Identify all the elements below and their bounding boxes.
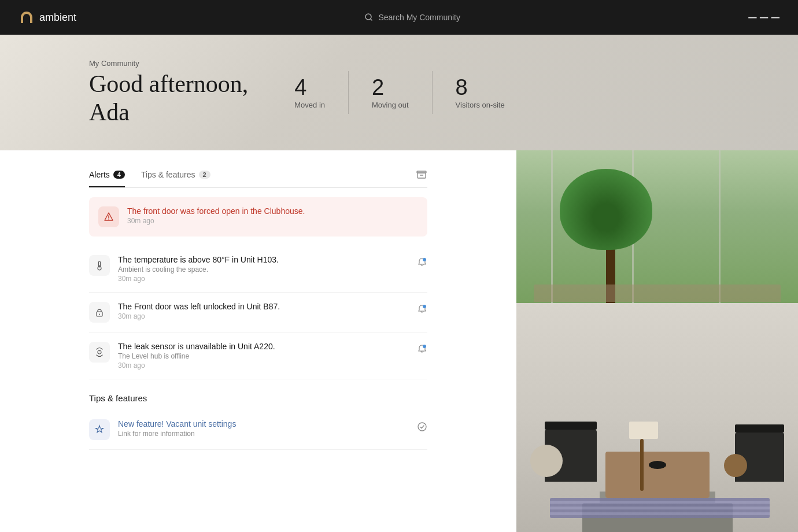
archive-icon (416, 169, 427, 180)
tab-tips-label: Tips & features (141, 170, 195, 179)
tab-tips[interactable]: Tips & features 2 (141, 164, 210, 187)
warning-icon (104, 212, 114, 222)
star-icon (94, 424, 105, 435)
search-bar[interactable]: Search My Community (364, 13, 460, 22)
left-panel: Alerts 4 Tips & features 2 (0, 150, 516, 532)
svg-point-14 (423, 345, 426, 348)
right-panel-image (516, 150, 798, 532)
star-icon-wrap (89, 419, 110, 440)
tip-item-1: New feature! Vacant unit settings Link f… (89, 410, 427, 450)
critical-alert-title: The front door was forced open in the Cl… (127, 206, 418, 216)
alerts-badge: 4 (113, 171, 125, 179)
search-icon (364, 13, 374, 22)
moving-out-number: 2 (372, 76, 384, 100)
critical-alert-time: 30m ago (127, 217, 418, 225)
thermometer-icon (95, 260, 104, 271)
top-navigation: ambient Search My Community ─ ─ ─ (0, 0, 798, 35)
alert-critical: The front door was forced open in the Cl… (89, 197, 427, 237)
sensor-alert-subtitle: The Level hub is offline (118, 352, 409, 360)
community-label: My Community (89, 59, 248, 68)
warning-icon-wrap (98, 206, 119, 227)
notification-icon (417, 257, 427, 268)
stat-visitors: 8 Visitors on-site (433, 71, 528, 114)
sensor-alert-title: The leak sensor is unavailable in Unit A… (118, 342, 409, 351)
moved-in-number: 4 (294, 76, 306, 100)
sensor-alert-time: 30m ago (118, 361, 409, 370)
alert-lock: The Front door was left unlocked in Unit… (89, 293, 427, 332)
tip-subtitle-1: Link for more information (118, 430, 409, 438)
svg-point-10 (99, 314, 100, 315)
thermometer-icon-wrap (89, 255, 110, 276)
tip-title-1: New feature! Vacant unit settings (118, 419, 409, 428)
sensor-icon-wrap (89, 342, 110, 363)
hamburger-icon[interactable]: ─ ─ ─ (748, 12, 779, 23)
tip-action-1[interactable] (417, 422, 427, 434)
svg-point-11 (423, 305, 426, 308)
search-placeholder: Search My Community (378, 13, 460, 22)
greeting-title: Good afternoon, Ada (89, 70, 248, 126)
svg-point-4 (108, 219, 109, 220)
temperature-alert-title: The temperature is above 80°F in Unit H1… (118, 255, 409, 264)
svg-point-15 (418, 423, 426, 431)
lock-alert-action[interactable] (417, 304, 427, 317)
arch-icon (19, 9, 35, 25)
outdoor-area (516, 150, 798, 303)
lock-alert-title: The Front door was left unlocked in Unit… (118, 302, 409, 311)
interior-area (516, 303, 798, 532)
moving-out-label: Moving out (372, 101, 409, 109)
tips-section-title: Tips & features (89, 393, 427, 403)
tabs-bar: Alerts 4 Tips & features 2 (89, 164, 427, 188)
check-circle-icon (417, 422, 427, 432)
lock-alert-time: 30m ago (118, 312, 409, 320)
app-name: ambient (39, 12, 76, 24)
app-logo[interactable]: ambient (19, 9, 76, 25)
svg-point-8 (423, 258, 426, 261)
sensor-alert-action[interactable] (417, 344, 427, 357)
visitors-number: 8 (456, 76, 468, 100)
temperature-alert-subtitle: Ambient is cooling the space. (118, 265, 409, 274)
alert-sensor: The leak sensor is unavailable in Unit A… (89, 332, 427, 379)
lock-icon-wrap (89, 302, 110, 323)
stat-moving-out: 2 Moving out (349, 71, 433, 114)
temperature-alert-action[interactable] (417, 257, 427, 270)
notification-icon-3 (417, 344, 427, 354)
tips-badge: 2 (199, 171, 210, 179)
archive-button[interactable] (416, 169, 427, 183)
stats-group: 4 Moved in 2 Moving out 8 Visitors on-si… (294, 71, 527, 114)
visitors-label: Visitors on-site (456, 101, 505, 109)
tab-alerts[interactable]: Alerts 4 (89, 164, 125, 187)
temperature-alert-time: 30m ago (118, 275, 409, 283)
notification-icon-2 (417, 304, 427, 315)
stat-moved-in: 4 Moved in (294, 71, 349, 114)
sensor-icon (94, 347, 105, 357)
moved-in-label: Moved in (294, 101, 325, 109)
hero-section: My Community Good afternoon, Ada 4 Moved… (0, 35, 798, 150)
lock-icon (95, 307, 104, 317)
alert-temperature: The temperature is above 80°F in Unit H1… (89, 246, 427, 293)
tab-alerts-label: Alerts (89, 170, 110, 179)
